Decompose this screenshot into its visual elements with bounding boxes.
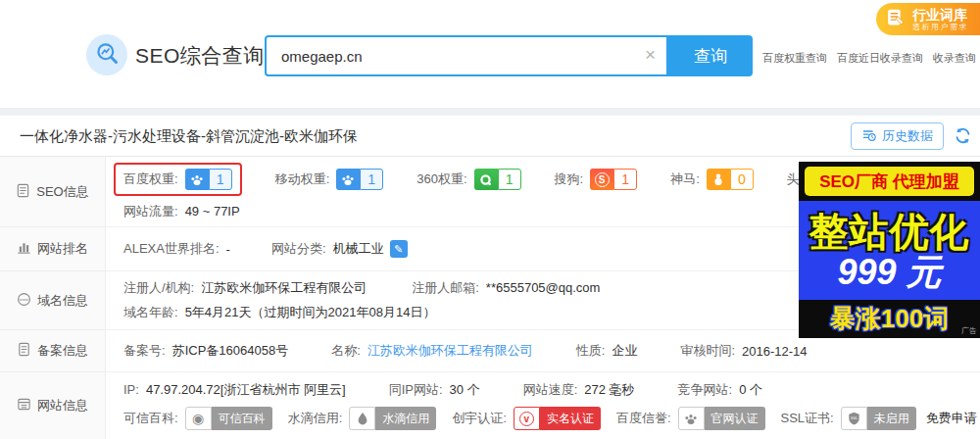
clear-icon[interactable]: × — [645, 44, 656, 66]
sidebar-item-domain-info[interactable]: www 域名信息 — [0, 271, 105, 330]
refresh-icon[interactable] — [954, 126, 973, 146]
history-list-clock-icon — [861, 127, 877, 146]
header: SEO综合查询 × 查询 百度权重查询 百度近日收录查询 收录查询 行业词库 透… — [0, 0, 980, 108]
chuangyu-cert-tag: 实名认证 — [540, 407, 601, 430]
shuidi-cert-badge[interactable]: 水滴信用 — [349, 407, 436, 430]
icp-audit-value: 2016-12-14 — [742, 344, 808, 359]
mobile-weight-label: 移动权重: — [275, 171, 330, 188]
baike-pair: 可信百科: ◉ 可信百科 — [123, 407, 272, 430]
ssl-cert-badge[interactable]: SSL 未启用 — [841, 407, 916, 430]
domain-age-value: 5年4月21天（过期时间为2021年08月14日） — [185, 304, 436, 321]
registrant-value: 江苏欧米伽环保工程有限公司 — [201, 279, 367, 297]
so360-weight-badge[interactable]: 1 — [474, 169, 521, 190]
competitor-label: 竞争网站: — [678, 381, 733, 399]
top-link-baidu-weight[interactable]: 百度权重查询 — [762, 51, 827, 66]
ribbon-subtitle: 透析用户需求 — [912, 23, 968, 31]
sidebar-item-label: 备案信息 — [37, 342, 88, 360]
ip-pair: IP: 47.97.204.72[浙江省杭州市 阿里云] — [123, 381, 346, 399]
shenma-weight-badge[interactable]: 0 — [707, 169, 754, 190]
search-input[interactable] — [265, 35, 668, 76]
sidebar-item-icp-info[interactable]: 备案信息 — [0, 330, 105, 372]
mobile-weight-badge[interactable]: 1 — [336, 169, 383, 190]
encyclopedia-icon: ◉ — [185, 407, 212, 430]
icp-name-link[interactable]: 江苏欧米伽环保工程有限公司 — [368, 342, 533, 360]
sidebar-item-seo-info[interactable]: SEO信息 — [0, 157, 105, 227]
email-pair: 注册人邮箱: **6555705@qq.com — [412, 279, 600, 297]
ssl-pair: SSL证书: SSL 未启用 免费申请 — [781, 407, 977, 430]
shenma-weight-label: 神马: — [670, 171, 700, 188]
alexa-label: ALEXA世界排名: — [123, 240, 220, 258]
registrant-email-label: 注册人邮箱: — [412, 279, 479, 297]
history-data-button[interactable]: 历史数据 — [851, 122, 944, 150]
ad-tag: 广告 — [961, 325, 977, 336]
category-value: 机械工业 — [333, 240, 384, 258]
icp-number-pair: 备案号: 苏ICP备16064058号 — [123, 342, 288, 360]
mobile-weight-value: 1 — [360, 169, 383, 190]
sidebar-item-site-rank[interactable]: 网站排名 — [0, 227, 105, 271]
category-pair: 网站分类: 机械工业 ✎ — [271, 240, 408, 258]
so360-weight-value: 1 — [498, 169, 521, 190]
ad-banner[interactable]: SEO厂商 代理加盟 整站优化 999 元 暴涨100词 广告 — [799, 162, 980, 338]
same-ip-label: 同IP网站: — [389, 381, 443, 399]
edit-category-icon[interactable]: ✎ — [390, 240, 408, 258]
sidebar-item-label: 域名信息 — [37, 292, 88, 310]
ad-headline: SEO厂商 代理加盟 — [805, 167, 974, 196]
traffic-value: 49 ~ 77IP — [185, 204, 240, 219]
top-link-baidu-recent-index[interactable]: 百度近日收录查询 — [837, 51, 923, 66]
traffic-label: 网站流量: — [123, 203, 178, 220]
icp-audit-label: 审核时间: — [680, 342, 735, 360]
domain-age-label: 域名年龄: — [123, 304, 178, 321]
so360-weight-label: 360权重: — [416, 171, 466, 188]
icp-number-label: 备案号: — [123, 342, 166, 360]
site-info-list-icon — [17, 397, 31, 415]
shuidi-cert-tag: 水滴信用 — [375, 407, 436, 430]
baidu-weight-badge[interactable]: 1 — [185, 169, 232, 190]
sogou-weight-badge[interactable]: S 1 — [590, 169, 637, 190]
ssl-label: SSL证书: — [781, 410, 834, 427]
icp-doc-icon — [17, 342, 31, 360]
sogou-weight-label: 搜狗: — [555, 171, 584, 188]
same-ip-pair: 同IP网站: 30 个 — [389, 381, 480, 399]
ribbon-text: 行业词库 透析用户需求 — [912, 7, 968, 31]
svg-text:www: www — [20, 297, 29, 302]
top-link-index-query[interactable]: 收录查询 — [933, 51, 976, 66]
baidu-xinyu-label: 百度信誉: — [616, 410, 671, 427]
query-button[interactable]: 查询 — [668, 35, 753, 76]
registrant-email-value: **6555705@qq.com — [486, 280, 601, 295]
icp-number-value: 苏ICP备16064058号 — [172, 342, 289, 360]
sogou-weight-group: 搜狗: S 1 — [555, 169, 638, 190]
so360-weight-group: 360权重: 1 — [416, 169, 520, 190]
cert-line: 可信百科: ◉ 可信百科 水滴信用: 水滴信用 — [123, 407, 980, 430]
baike-label: 可信百科: — [123, 410, 178, 427]
chuangyu-cert-badge[interactable]: v 实名认证 — [514, 407, 601, 430]
icp-nature-pair: 性质: 企业 — [576, 342, 638, 360]
ad-bottom-text: 暴涨100词 — [830, 302, 949, 336]
sidebar-item-label: 网站信息 — [37, 397, 88, 415]
app-title: SEO综合查询 — [135, 42, 265, 70]
ad-middle: 整站优化 999 元 — [799, 201, 980, 300]
competitor-pair: 竞争网站: 0 个 — [678, 381, 762, 399]
lexicon-doc-icon — [885, 7, 906, 31]
category-label: 网站分类: — [271, 240, 326, 258]
baike-cert-badge[interactable]: ◉ 可信百科 — [185, 407, 272, 430]
speed-pair: 网站速度: 272 毫秒 — [523, 381, 635, 399]
site-title: 一体化净水器-污水处理设备-斜管沉淀池-欧米伽环保 — [20, 127, 358, 146]
shuidi-pair: 水滴信用: 水滴信用 — [288, 407, 437, 430]
icp-nature-label: 性质: — [576, 342, 606, 360]
icp-name-pair: 名称: 江苏欧米伽环保工程有限公司 — [331, 342, 533, 360]
mobile-weight-group: 移动权重: 1 — [275, 169, 384, 190]
sidebar-item-site-info[interactable]: 网站信息 — [0, 372, 105, 439]
industry-lexicon-ribbon[interactable]: 行业词库 透析用户需求 — [876, 3, 980, 35]
ad-price: 999 元 — [837, 253, 941, 292]
registrant-pair: 注册人/机构: 江苏欧米伽环保工程有限公司 — [123, 279, 367, 297]
free-apply-link[interactable]: 免费申请 — [926, 410, 977, 427]
baidu-paw-gray-icon — [678, 407, 705, 430]
svg-text:SSL: SSL — [851, 417, 858, 421]
sidebar: SEO信息 网站排名 www 域名信息 备案信息 网站信息 — [0, 157, 106, 439]
sidebar-item-label: SEO信息 — [36, 183, 88, 201]
baidu-xinyu-pair: 百度信誉: 官网认证 — [616, 407, 765, 430]
seo-info-doc-icon — [16, 183, 30, 201]
baidu-xinyu-cert-badge[interactable]: 官网认证 — [678, 407, 765, 430]
baidu-xinyu-cert-tag: 官网认证 — [705, 407, 765, 430]
www-globe-icon: www — [17, 292, 31, 310]
